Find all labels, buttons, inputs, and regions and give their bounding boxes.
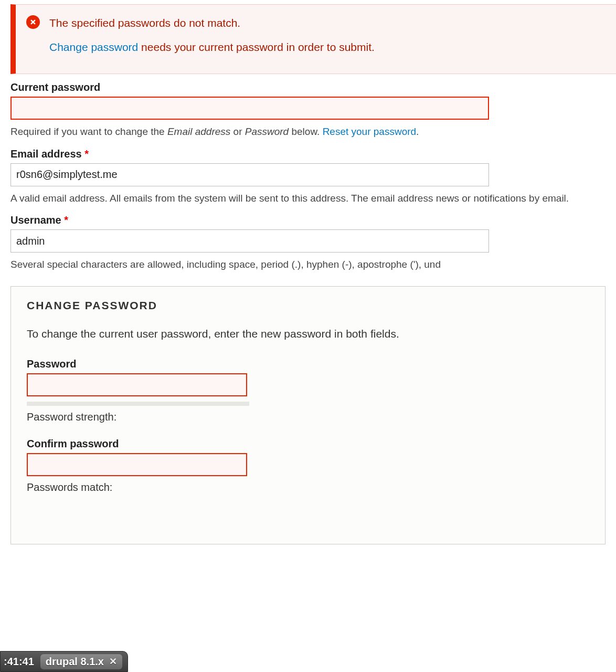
email-label: Email address * — [10, 148, 606, 160]
email-input[interactable] — [10, 163, 489, 186]
confirm-password-label: Confirm password — [27, 438, 589, 450]
passwords-match-label: Passwords match: — [27, 481, 589, 494]
error-icon — [26, 15, 40, 29]
email-description: A valid email address. All emails from t… — [10, 191, 606, 206]
taskbar-tab[interactable]: drupal 8.1.x ✕ — [40, 654, 122, 669]
current-password-field-group: Current password Required if you want to… — [10, 81, 606, 139]
password-field-group: Password Password strength: — [27, 358, 589, 423]
taskbar-tab-label: drupal 8.1.x — [46, 656, 104, 668]
current-password-input[interactable] — [10, 97, 489, 120]
error-message-1: The specified passwords do not match. — [49, 14, 375, 32]
username-label: Username * — [10, 214, 606, 226]
error-message-box: The specified passwords do not match. Ch… — [10, 4, 616, 74]
taskbar-time: :41:41 — [4, 656, 34, 668]
current-password-label: Current password — [10, 81, 606, 93]
change-password-title: CHANGE PASSWORD — [27, 299, 589, 312]
error-message-2: Change password needs your current passw… — [49, 38, 375, 56]
password-strength-bar — [27, 402, 249, 406]
reset-password-link[interactable]: Reset your password — [323, 126, 416, 137]
username-description: Several special characters are allowed, … — [10, 257, 606, 272]
confirm-password-input[interactable] — [27, 453, 247, 476]
change-password-link[interactable]: Change password — [49, 41, 138, 53]
change-password-description: To change the current user password, ent… — [27, 328, 589, 340]
password-input[interactable] — [27, 373, 247, 396]
email-field-group: Email address * A valid email address. A… — [10, 148, 606, 206]
confirm-password-field-group: Confirm password Passwords match: — [27, 438, 589, 494]
current-password-description: Required if you want to change the Email… — [10, 124, 606, 139]
password-label: Password — [27, 358, 589, 370]
password-strength-label: Password strength: — [27, 411, 589, 423]
close-icon[interactable]: ✕ — [109, 656, 117, 667]
username-input[interactable] — [10, 229, 489, 253]
change-password-fieldset: CHANGE PASSWORD To change the current us… — [10, 286, 606, 544]
username-field-group: Username * Several special characters ar… — [10, 214, 606, 272]
taskbar: :41:41 drupal 8.1.x ✕ — [0, 651, 128, 672]
